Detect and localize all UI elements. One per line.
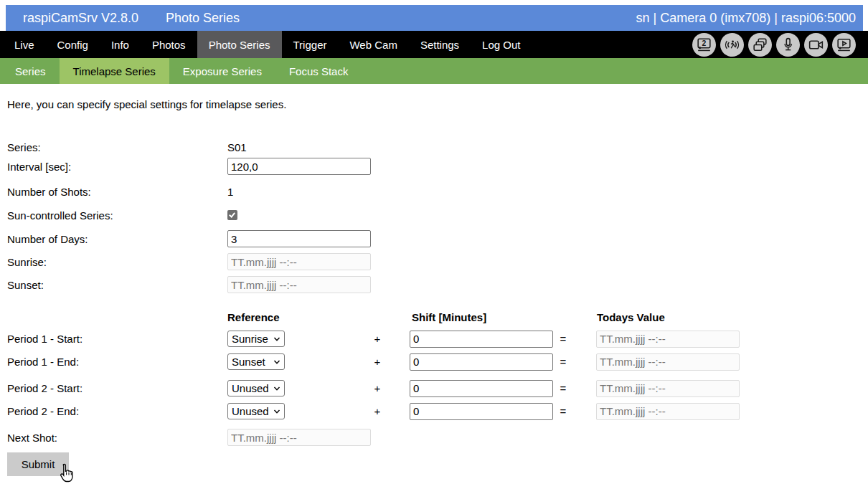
title-bar: raspiCamSrv V2.8.0 Photo Series sn | Cam… xyxy=(6,5,863,31)
shift-column-header: Shift [Minutes] xyxy=(412,311,597,323)
period2-end-reference-select[interactable]: Unused xyxy=(227,403,285,419)
period1-end-todays-value xyxy=(596,353,740,371)
nav-item-log-out[interactable]: Log Out xyxy=(471,31,532,58)
equals-sign: = xyxy=(559,405,567,417)
interval-input[interactable] xyxy=(227,158,371,175)
interval-label: Interval [sec]: xyxy=(7,161,227,173)
nav-item-settings[interactable]: Settings xyxy=(409,31,471,58)
next-shot-input xyxy=(227,429,371,446)
series-value: S01 xyxy=(227,141,247,153)
motion-detection-icon xyxy=(720,33,744,57)
plus-sign: + xyxy=(373,333,382,345)
chevron-down-icon xyxy=(273,408,280,415)
next-shot-label: Next Shot: xyxy=(7,432,227,444)
tab-focus-stack[interactable]: Focus Stack xyxy=(275,58,362,84)
selected-option-label: Unused xyxy=(232,382,269,394)
selected-option-label: Unused xyxy=(232,405,269,417)
equals-sign: = xyxy=(559,333,567,345)
main-content: Here, you can specify special settings f… xyxy=(0,98,868,476)
number-of-days-label: Number of Days: xyxy=(7,233,227,245)
sunrise-label: Sunrise: xyxy=(7,256,227,268)
period2-start-reference-select[interactable]: Unused xyxy=(227,380,285,396)
submit-button[interactable]: Submit xyxy=(7,452,69,476)
period1-start-todays-value xyxy=(596,331,740,348)
period1-end-label: Period 1 - End: xyxy=(7,356,227,368)
selected-option-label: Sunrise xyxy=(232,333,268,345)
period1-end-reference-select[interactable]: Sunset xyxy=(227,353,285,370)
tab-exposure-series[interactable]: Exposure Series xyxy=(169,58,275,84)
period1-start-label: Period 1 - Start: xyxy=(7,333,227,345)
microphone-icon xyxy=(776,33,800,57)
nav-item-photo-series[interactable]: Photo Series xyxy=(197,31,282,58)
sun-controlled-label: Sun-controlled Series: xyxy=(7,209,227,222)
todays-value-column-header: Todays Value xyxy=(597,311,665,323)
equals-sign: = xyxy=(559,356,567,368)
nav-item-web-cam[interactable]: Web Cam xyxy=(338,31,408,58)
plus-sign: + xyxy=(373,382,382,394)
svg-text:2: 2 xyxy=(702,39,707,47)
header-wrap: raspiCamSrv V2.8.0 Photo Series sn | Cam… xyxy=(0,0,868,31)
secondary-display-icon: 2 xyxy=(692,33,716,57)
period2-end-label: Period 2 - End: xyxy=(7,405,227,417)
sunset-input xyxy=(227,276,371,293)
nav-item-photos[interactable]: Photos xyxy=(141,31,197,58)
page-title: Photo Series xyxy=(166,11,240,26)
period1-end-shift-input[interactable] xyxy=(410,353,553,371)
period2-end-todays-value xyxy=(596,403,740,420)
selected-option-label: Sunset xyxy=(232,356,265,368)
equals-sign: = xyxy=(559,382,567,394)
series-label: Series: xyxy=(7,141,227,153)
period2-start-todays-value xyxy=(596,380,740,397)
period2-start-shift-input[interactable] xyxy=(410,380,553,397)
sun-controlled-checkbox[interactable] xyxy=(227,210,237,220)
intro-text: Here, you can specify special settings f… xyxy=(7,98,868,110)
plus-sign: + xyxy=(373,356,382,368)
nav-item-trigger[interactable]: Trigger xyxy=(282,31,339,58)
video-camera-icon xyxy=(804,33,828,57)
nav-item-config[interactable]: Config xyxy=(46,31,100,58)
chevron-down-icon xyxy=(273,336,280,343)
nav-item-info[interactable]: Info xyxy=(100,31,141,58)
status-icon-group: 2 xyxy=(692,31,856,58)
camera-status-text: sn | Camera 0 (imx708) | raspi06:5000 xyxy=(636,11,857,26)
reference-column-header: Reference xyxy=(227,311,412,323)
tab-series[interactable]: Series xyxy=(1,58,60,84)
stream-player-icon xyxy=(832,33,856,57)
plus-sign: + xyxy=(373,405,382,417)
period2-end-shift-input[interactable] xyxy=(410,403,553,420)
main-nav: Live Config Info Photos Photo Series Tri… xyxy=(0,31,868,58)
app-title: raspiCamSrv V2.8.0 xyxy=(23,11,138,26)
nav-item-live[interactable]: Live xyxy=(3,31,46,58)
checkmark-icon xyxy=(229,211,235,217)
number-of-shots-value: 1 xyxy=(227,186,233,198)
sunset-label: Sunset: xyxy=(7,279,227,291)
photo-series-icon xyxy=(748,33,772,57)
sunrise-input xyxy=(227,253,371,270)
period1-start-shift-input[interactable] xyxy=(410,331,553,348)
chevron-down-icon xyxy=(273,385,280,392)
tab-timelapse-series[interactable]: Timelapse Series xyxy=(60,58,169,84)
number-of-shots-label: Number of Shots: xyxy=(7,186,227,198)
chevron-down-icon xyxy=(273,358,280,366)
period2-start-label: Period 2 - Start: xyxy=(7,382,227,394)
photo-series-subnav: Series Timelapse Series Exposure Series … xyxy=(0,58,868,84)
period1-start-reference-select[interactable]: Sunrise xyxy=(227,331,285,347)
number-of-days-input[interactable] xyxy=(227,230,371,247)
